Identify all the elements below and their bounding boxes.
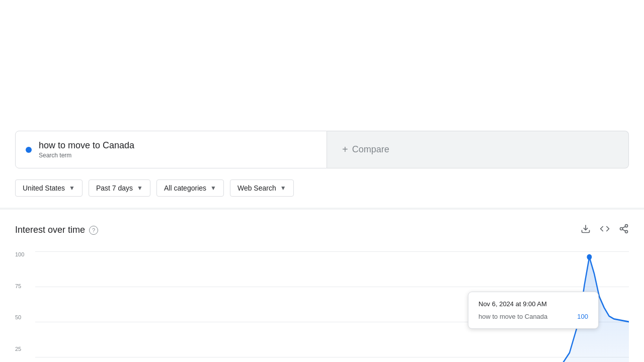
filter-location[interactable]: United States ▼ — [15, 179, 83, 197]
compare-box[interactable]: + Compare — [327, 131, 629, 168]
search-label: Search term — [39, 152, 134, 159]
filter-search-type[interactable]: Web Search ▼ — [230, 179, 294, 197]
share-icon[interactable] — [619, 224, 629, 236]
chart-inner: Nov 6, 2024 at 9:00 AM how to move to Ca… — [35, 251, 629, 362]
svg-line-5 — [622, 226, 625, 228]
embed-icon[interactable] — [600, 224, 610, 236]
filter-category[interactable]: All categories ▼ — [156, 179, 224, 197]
filter-time[interactable]: Past 7 days ▼ — [89, 179, 150, 197]
chart-section: Interest over time ? — [0, 210, 644, 362]
search-term-box[interactable]: how to move to Canada Search term — [15, 131, 327, 168]
tooltip-value: 100 — [577, 313, 588, 320]
y-label-75: 75 — [15, 283, 24, 289]
svg-point-2 — [620, 228, 623, 230]
compare-label: Compare — [352, 144, 389, 155]
svg-line-4 — [622, 229, 625, 231]
tooltip-date: Nov 6, 2024 at 9:00 AM — [478, 300, 588, 308]
download-icon[interactable] — [581, 224, 591, 236]
plus-icon: + — [342, 144, 348, 155]
search-dot — [26, 147, 32, 153]
svg-point-3 — [625, 230, 628, 233]
chevron-down-icon: ▼ — [210, 185, 216, 192]
filter-location-label: United States — [23, 184, 65, 192]
chart-title: Interest over time — [15, 225, 85, 235]
chevron-down-icon: ▼ — [137, 185, 143, 192]
chart-tooltip: Nov 6, 2024 at 9:00 AM how to move to Ca… — [468, 292, 599, 329]
chart-area: 100 75 50 25 — [15, 251, 629, 362]
help-icon[interactable]: ? — [89, 226, 98, 235]
filter-time-label: Past 7 days — [96, 184, 133, 192]
svg-point-1 — [625, 225, 628, 227]
y-label-50: 50 — [15, 314, 24, 320]
filters-row: United States ▼ Past 7 days ▼ All catego… — [0, 168, 644, 197]
y-label-25: 25 — [15, 346, 24, 352]
y-axis-labels: 100 75 50 25 — [15, 251, 24, 362]
chevron-down-icon: ▼ — [280, 185, 286, 192]
chevron-down-icon: ▼ — [69, 185, 75, 192]
spike-point — [587, 254, 592, 260]
search-query: how to move to Canada — [39, 140, 134, 151]
filter-search-type-label: Web Search — [237, 184, 276, 192]
y-label-100: 100 — [15, 251, 24, 257]
filter-category-label: All categories — [164, 184, 206, 192]
tooltip-term: how to move to Canada — [478, 313, 547, 320]
